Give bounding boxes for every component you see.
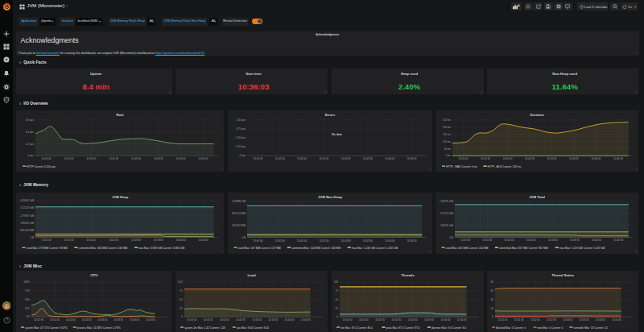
svg-text:10:43:00: 10:43:00: [548, 239, 558, 242]
svg-text:10:41:00: 10:41:00: [34, 318, 43, 322]
svg-text:10:44:30: 10:44:30: [199, 157, 208, 160]
svg-text:10:41:00: 10:41:00: [460, 239, 470, 242]
svg-text:cpu Max: 8.00 Current: 8.00: cpu Max: 8.00 Current: 8.00: [237, 326, 269, 330]
svg-text:10.0: 10.0: [178, 280, 183, 284]
svg-text:10:42:30: 10:42:30: [547, 318, 556, 322]
svg-text:10:41:30: 10:41:30: [275, 157, 284, 160]
svg-text:5.58795 GiB: 5.58795 GiB: [440, 200, 453, 203]
svg-text:0.6 ops: 0.6 ops: [26, 118, 34, 122]
svg-text:10:41:30: 10:41:30: [514, 318, 524, 322]
svg-text:0 ms: 0 ms: [446, 155, 452, 158]
svg-text:10:42:00: 10:42:00: [297, 157, 307, 160]
svg-text:blocked Max: 0 Current: 0: blocked Max: 0 Current: 0: [496, 326, 526, 330]
svg-text:3.72529 GiB: 3.72529 GiB: [20, 206, 34, 210]
svg-text:G: G: [4, 3, 8, 9]
svg-text:daemon Max: 9.0 Current: 8.0: daemon Max: 9.0 Current: 8.0: [431, 326, 466, 330]
svg-text:10:41:00: 10:41:00: [498, 318, 508, 322]
svg-text:476.837 MiB: 476.837 MiB: [232, 224, 246, 227]
svg-text:10:44:00: 10:44:00: [385, 239, 394, 242]
svg-text:committed Max: 434 MiB Current: committed Max: 434 MiB Current: 434 MiB: [78, 247, 127, 250]
svg-text:committed Max: 867 MiB Current: committed Max: 867 MiB Current: 867 MiB: [499, 247, 548, 250]
svg-text:10:42:30: 10:42:30: [109, 239, 118, 242]
svg-text:0 ops: 0 ops: [239, 155, 246, 158]
svg-text:5.0: 5.0: [180, 298, 184, 301]
svg-text:10:44:00: 10:44:00: [440, 318, 450, 322]
svg-text:Rate: Rate: [117, 113, 125, 117]
svg-text:80: 80: [491, 280, 494, 284]
svg-text:10:41:00: 10:41:00: [342, 318, 352, 322]
svg-text:10:42:30: 10:42:30: [236, 318, 246, 322]
svg-text:10:43:00: 10:43:00: [252, 318, 262, 322]
svg-text:max Max: 5.119 GiB Current: 5.: max Max: 5.119 GiB Current: 5.119 GiB: [559, 247, 605, 250]
svg-text:runnable Max: 16 Current: 14: runnable Max: 16 Current: 14: [574, 326, 608, 330]
svg-text:10:44:00: 10:44:00: [385, 157, 394, 160]
svg-text:10:42:30: 10:42:30: [319, 157, 328, 160]
svg-text:0 ops: 0 ops: [28, 155, 35, 158]
svg-text:10:43:30: 10:43:30: [569, 157, 579, 160]
svg-text:10:43:00: 10:43:00: [341, 157, 350, 160]
svg-text:50%: 50%: [25, 298, 30, 301]
svg-text:No data: No data: [332, 133, 341, 136]
svg-text:used Max: 278 MiB Current: 93: used Max: 278 MiB Current: 93 MiB: [26, 247, 67, 250]
svg-text:10:41:30: 10:41:30: [204, 318, 213, 322]
svg-text:0 B: 0 B: [450, 236, 454, 239]
svg-text:Thread States: Thread States: [551, 273, 575, 277]
svg-text:1.39698 GiB: 1.39698 GiB: [232, 200, 246, 203]
svg-text:75%: 75%: [25, 289, 30, 293]
svg-text:10:44:00: 10:44:00: [130, 318, 139, 322]
svg-text:10:43:30: 10:43:30: [154, 157, 163, 160]
svg-text:150 ms: 150 ms: [443, 133, 451, 136]
svg-text:Threads: Threads: [401, 273, 415, 277]
svg-text:JVM Non-Heap: JVM Non-Heap: [318, 195, 342, 199]
svg-text:100: 100: [334, 280, 338, 284]
svg-text:10:44:30: 10:44:30: [407, 239, 416, 242]
svg-text:Load: Load: [248, 273, 257, 277]
svg-text:10:41:00: 10:41:00: [459, 157, 469, 160]
svg-text:25: 25: [335, 307, 338, 310]
svg-text:10:43:30: 10:43:30: [269, 318, 279, 322]
svg-text:1.00 ops: 1.00 ops: [236, 118, 246, 122]
svg-text:0.25 ops: 0.25 ops: [236, 146, 246, 149]
svg-text:10:42:00: 10:42:00: [86, 239, 96, 242]
svg-text:10:42:00: 10:42:00: [66, 318, 76, 322]
svg-text:10:41:00: 10:41:00: [253, 239, 262, 242]
svg-text:50: 50: [335, 298, 338, 301]
svg-text:10:43:00: 10:43:00: [564, 318, 573, 322]
svg-text:CPU: CPU: [90, 273, 97, 277]
svg-text:10:42:30: 10:42:30: [525, 157, 535, 160]
svg-text:0.75 ops: 0.75 ops: [236, 127, 246, 131]
svg-text:10:42:00: 10:42:00: [530, 318, 540, 322]
svg-text:60: 60: [491, 289, 494, 293]
svg-text:HTTP - AVG Current: 232 ms: HTTP - AVG Current: 232 ms: [488, 165, 522, 168]
svg-text:10:41:30: 10:41:30: [481, 157, 490, 160]
svg-text:10:42:00: 10:42:00: [297, 239, 307, 242]
svg-text:10:44:30: 10:44:30: [456, 318, 466, 322]
svg-text:HTTP - MAX Current: 0 ms: HTTP - MAX Current: 0 ms: [446, 165, 477, 168]
svg-text:10:44:00: 10:44:00: [176, 157, 186, 160]
svg-text:10:43:30: 10:43:30: [424, 318, 434, 322]
svg-text:10:41:30: 10:41:30: [64, 157, 74, 160]
svg-text:4.65661 GiB: 4.65661 GiB: [20, 199, 34, 202]
svg-text:1.86265 GiB: 1.86265 GiB: [440, 224, 453, 227]
svg-text:100 ms: 100 ms: [443, 140, 451, 143]
svg-text:10:43:00: 10:43:00: [131, 239, 141, 242]
svg-text:used Max: 107 MiB Current: 107: used Max: 107 MiB Current: 107 MiB: [237, 247, 280, 250]
svg-text:10:41:00: 10:41:00: [253, 157, 262, 160]
svg-text:live Max: 87.0 Current: 86.0: live Max: 87.0 Current: 86.0: [341, 326, 373, 330]
svg-text:75: 75: [335, 289, 338, 293]
svg-text:10:43:30: 10:43:30: [154, 239, 163, 242]
svg-text:2.79397 GiB: 2.79397 GiB: [20, 214, 34, 217]
svg-text:used Max: 405 MiB Current: 240: used Max: 405 MiB Current: 240 MiB: [446, 247, 489, 250]
svg-text:10:41:30: 10:41:30: [483, 239, 493, 242]
svg-text:JVM Total: JVM Total: [529, 195, 545, 199]
svg-text:10:42:30: 10:42:30: [391, 318, 401, 322]
svg-text:953.674 MiB: 953.674 MiB: [232, 212, 246, 215]
svg-text:10:42:00: 10:42:00: [375, 318, 385, 322]
svg-text:max Max: 3.883 GiB Current: 3.: max Max: 3.883 GiB Current: 3.883 GiB: [138, 247, 184, 250]
svg-text:20: 20: [491, 307, 494, 310]
svg-text:10:42:00: 10:42:00: [220, 318, 229, 322]
svg-text:10:44:00: 10:44:00: [596, 318, 605, 322]
svg-text:250 ms: 250 ms: [443, 118, 451, 122]
svg-text:0%: 0%: [27, 316, 31, 319]
svg-text:10:43:00: 10:43:00: [341, 239, 350, 242]
